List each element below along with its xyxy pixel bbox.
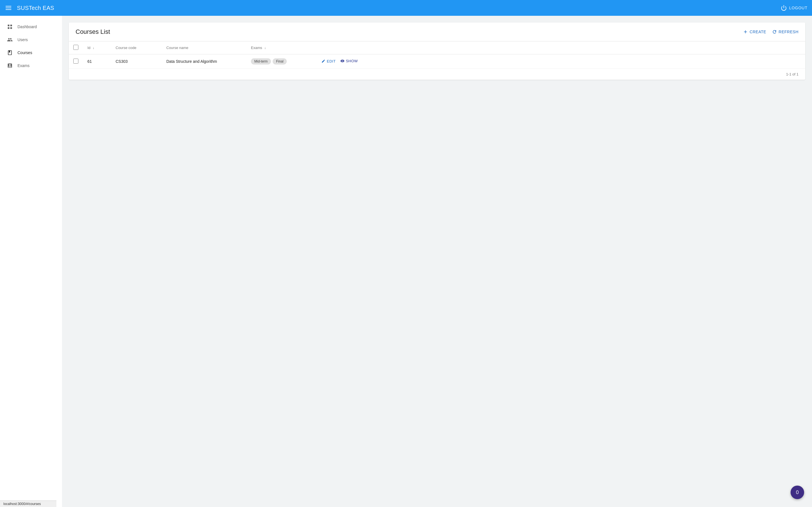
exam-badge: Final (273, 58, 287, 64)
table-header-row: Id ↓ Course code Course name Exams (69, 41, 805, 54)
pagination: 1-1 of 1 (69, 69, 805, 80)
main-content: Courses List CREATE REFRESH (62, 16, 812, 507)
sort-icon-exams: ↓ (264, 46, 266, 50)
row-actions: EDITSHOW (317, 54, 805, 69)
status-url: localhost:3000/#/courses (3, 502, 41, 506)
users-icon (7, 37, 13, 43)
header-course-code: Course code (111, 41, 162, 54)
status-bar: localhost:3000/#/courses (0, 501, 56, 507)
edit-button[interactable]: EDIT (321, 59, 336, 63)
table-container: Id ↓ Course code Course name Exams (69, 41, 805, 69)
top-nav: SUSTech EAS LOGOUT (0, 0, 812, 16)
sidebar-item-users[interactable]: Users (0, 33, 62, 46)
refresh-icon (772, 29, 777, 34)
exams-icon (7, 62, 13, 69)
sidebar-item-label: Dashboard (17, 24, 37, 29)
sidebar-item-courses[interactable]: Courses (0, 46, 62, 59)
refresh-button[interactable]: REFRESH (772, 29, 799, 34)
app-title: SUSTech EAS (17, 5, 54, 11)
exam-badge: Mid-term (251, 58, 271, 64)
sidebar-item-label: Exams (17, 63, 30, 68)
sidebar: Dashboard Users Courses (0, 16, 62, 507)
courses-table: Id ↓ Course code Course name Exams (69, 41, 805, 69)
row-checkbox-cell (69, 54, 83, 69)
fab-button[interactable]: 0 (791, 486, 804, 499)
header-checkbox-cell (69, 41, 83, 54)
create-label: CREATE (750, 30, 766, 34)
dashboard-icon (7, 24, 13, 30)
row-course-code: CS303 (111, 54, 162, 69)
svg-rect-2 (10, 25, 12, 26)
header-id[interactable]: Id ↓ (83, 41, 111, 54)
select-all-checkbox[interactable] (73, 45, 79, 50)
header-actions (317, 41, 805, 54)
fab-label: 0 (796, 490, 799, 496)
sidebar-item-exams[interactable]: Exams (0, 59, 62, 72)
logout-label: LOGOUT (789, 6, 808, 10)
sort-icon-id: ↓ (93, 46, 94, 50)
row-exams: Mid-termFinal (246, 54, 317, 69)
table-row: 61CS303Data Structure and AlgorithmMid-t… (69, 54, 805, 69)
edit-icon (321, 59, 325, 63)
logout-button[interactable]: LOGOUT (781, 5, 808, 11)
svg-rect-3 (8, 27, 10, 29)
courses-card: Courses List CREATE REFRESH (69, 22, 805, 80)
sidebar-item-dashboard[interactable]: Dashboard (0, 20, 62, 33)
row-checkbox[interactable] (73, 59, 79, 64)
pagination-text: 1-1 of 1 (786, 72, 799, 76)
plus-icon (743, 29, 748, 34)
svg-rect-1 (8, 25, 10, 26)
sidebar-item-label: Users (17, 38, 28, 42)
eye-icon (340, 59, 345, 63)
svg-rect-4 (10, 27, 12, 29)
card-actions: CREATE REFRESH (743, 29, 799, 34)
sidebar-item-label: Courses (17, 50, 32, 55)
create-button[interactable]: CREATE (743, 29, 766, 34)
power-icon (781, 5, 787, 11)
courses-icon (7, 50, 13, 56)
page-title: Courses List (75, 28, 110, 36)
refresh-label: REFRESH (779, 30, 799, 34)
header-course-name: Course name (162, 41, 246, 54)
header-exams[interactable]: Exams ↓ (246, 41, 317, 54)
menu-icon[interactable] (4, 5, 12, 11)
row-id: 61 (83, 54, 111, 69)
row-course-name: Data Structure and Algorithm (162, 54, 246, 69)
show-button[interactable]: SHOW (340, 59, 358, 63)
card-header: Courses List CREATE REFRESH (69, 22, 805, 41)
